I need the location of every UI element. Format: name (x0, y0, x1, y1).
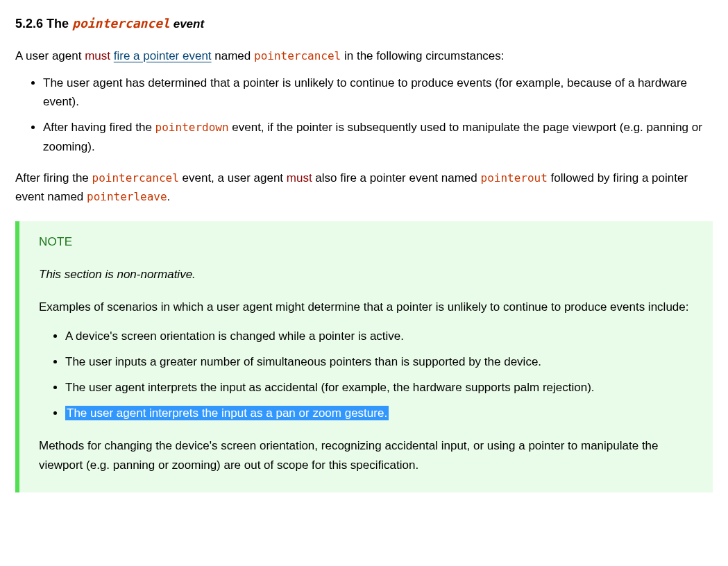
code-pointerdown: pointerdown (155, 121, 229, 134)
intro-paragraph: A user agent must fire a pointer event n… (15, 46, 713, 65)
list-item: The user agent has determined that a poi… (43, 74, 713, 111)
code-pointerleave: pointerleave (87, 190, 167, 203)
non-normative-label: This section is non-normative. (39, 265, 693, 284)
list-item: The user agent interprets the input as a… (65, 404, 693, 422)
code-pointercancel: pointercancel (92, 171, 179, 185)
heading-code: pointercancel (72, 16, 170, 31)
rfc-must: must (85, 49, 110, 62)
rfc-must: must (287, 171, 312, 185)
code-pointercancel: pointercancel (254, 49, 341, 62)
note-examples-list: A device's screen orientation is changed… (39, 327, 693, 423)
fire-pointer-event-link[interactable]: fire a pointer event (114, 49, 212, 62)
note-title: NOTE (39, 232, 693, 251)
selected-text: The user agent interprets the input as a… (65, 406, 389, 420)
list-item: The user inputs a greater number of simu… (65, 352, 693, 371)
list-item: A device's screen orientation is changed… (65, 327, 693, 345)
list-item: The user agent interprets the input as a… (65, 378, 693, 397)
section-heading: 5.2.6 The pointercancel event (15, 14, 713, 34)
section-number: 5.2.6 (15, 17, 43, 31)
note-box: NOTE This section is non-normative. Exam… (15, 221, 713, 492)
note-intro: Examples of scenarios in which a user ag… (39, 298, 693, 316)
note-outro: Methods for changing the device's screen… (39, 436, 693, 474)
list-item: After having fired the pointerdown event… (43, 118, 713, 155)
after-paragraph: After firing the pointercancel event, a … (15, 169, 713, 206)
code-pointerout: pointerout (481, 171, 548, 185)
circumstances-list: The user agent has determined that a poi… (15, 74, 713, 156)
heading-event-word: event (170, 17, 204, 31)
